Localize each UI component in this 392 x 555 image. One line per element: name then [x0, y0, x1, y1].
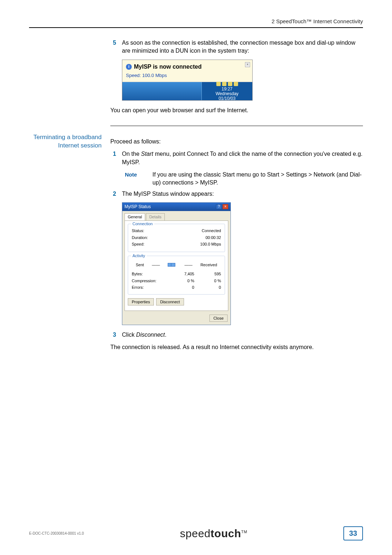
after-tray-text: You can open your web browser and surf t…	[110, 106, 363, 114]
step-2-text: The MyISP Status window appears:	[122, 190, 363, 198]
sidebar-heading: Terminating a broadband Internet session	[29, 133, 102, 356]
tray-time: 19:27	[216, 87, 238, 92]
window-close-button[interactable]: ×	[222, 204, 228, 209]
connection-group: Connection Status:Connected Duration:00:…	[128, 224, 225, 252]
speed-key: Speed:	[132, 242, 144, 247]
step-number-1: 1	[110, 150, 116, 166]
speed-val: 100.0 Mbps	[200, 242, 221, 247]
proceed-intro: Proceed as follows:	[110, 138, 363, 146]
tray-icons	[216, 82, 238, 86]
comp-sent: 0 %	[167, 278, 194, 284]
balloon-speed-text: Speed: 100.0 Mbps	[126, 72, 249, 79]
comp-key: Compression:	[132, 278, 167, 284]
activity-sent-label: Sent	[136, 262, 144, 268]
tab-details[interactable]: Details	[146, 213, 165, 220]
disconnect-italic: Disconnect	[136, 332, 165, 338]
err-recv: 0	[194, 285, 221, 290]
step-3-text: Click Disconnect.	[122, 331, 363, 339]
tab-general[interactable]: General	[124, 213, 145, 220]
bytes-recv: 595	[194, 271, 221, 277]
properties-button[interactable]: Properties	[128, 298, 154, 305]
tray-day: Wednesday	[216, 92, 238, 96]
activity-group: Activity Sent —— —— Received Bytes:7,405…	[128, 256, 225, 294]
close-icon[interactable]: ×	[245, 62, 250, 67]
dash-left: ——	[152, 262, 160, 268]
dash-right: ——	[184, 262, 192, 268]
step-1-text: On the Start menu, point Connect To and …	[122, 150, 363, 166]
comp-recv: 0 %	[194, 278, 221, 284]
final-text: The connection is released. As a result …	[110, 343, 363, 351]
info-icon: i	[126, 64, 132, 70]
activity-recv-label: Received	[200, 262, 217, 268]
err-sent: 0	[167, 285, 194, 290]
section-divider	[110, 126, 363, 126]
taskbar: 19:27 Wednesday 01/10/03	[122, 82, 252, 100]
brand-tm: TM	[241, 530, 247, 534]
bytes-sent: 7,405	[167, 271, 194, 277]
step-number-5: 5	[110, 39, 116, 55]
step-number-3: 3	[110, 331, 116, 339]
tray-date: 01/10/03	[216, 96, 238, 101]
network-icon	[168, 261, 176, 268]
notification-balloon: i MyISP is now connected × Speed: 100.0 …	[122, 60, 252, 82]
disconnect-button[interactable]: Disconnect	[156, 298, 184, 305]
page-header: 2 SpeedTouch™ Internet Connectivity	[29, 18, 363, 27]
brand-part-2: touch	[211, 527, 241, 539]
header-rule	[29, 27, 363, 28]
note-label: Note	[125, 171, 147, 187]
bytes-key: Bytes:	[132, 271, 167, 277]
system-tray-screenshot: i MyISP is now connected × Speed: 100.0 …	[122, 60, 253, 101]
start-menu-italic: Start	[141, 151, 153, 157]
close-button[interactable]: Close	[209, 315, 228, 322]
help-button[interactable]: ?	[216, 204, 222, 209]
window-titlebar: MyISP Status ? ×	[122, 203, 230, 211]
status-key: Status:	[132, 228, 144, 234]
duration-key: Duration:	[132, 235, 148, 240]
note-text: If you are using the classic Start menu …	[152, 171, 363, 187]
status-window: MyISP Status ? × General Details Connect…	[122, 202, 231, 325]
brand-logo: speedtouchTM	[180, 527, 247, 540]
connection-group-title: Connection	[131, 221, 154, 227]
step-number-2: 2	[110, 190, 116, 198]
left-margin-empty	[29, 39, 102, 133]
duration-val: 00:00:32	[205, 235, 221, 240]
tray-clock: 19:27 Wednesday 01/10/03	[216, 87, 238, 101]
brand-part-1: speed	[180, 527, 211, 539]
system-tray: 19:27 Wednesday 01/10/03	[201, 82, 252, 100]
window-title: MyISP Status	[124, 204, 151, 210]
step-5-text: As soon as the connection is established…	[122, 39, 363, 55]
doc-id: E-DOC-CTC-20030814-0001 v1.0	[29, 531, 84, 535]
activity-group-title: Activity	[131, 253, 147, 259]
page-number: 33	[343, 526, 363, 540]
err-key: Errors:	[132, 285, 167, 290]
balloon-title-text: MyISP is now connected	[134, 63, 201, 71]
status-val: Connected	[202, 228, 221, 234]
